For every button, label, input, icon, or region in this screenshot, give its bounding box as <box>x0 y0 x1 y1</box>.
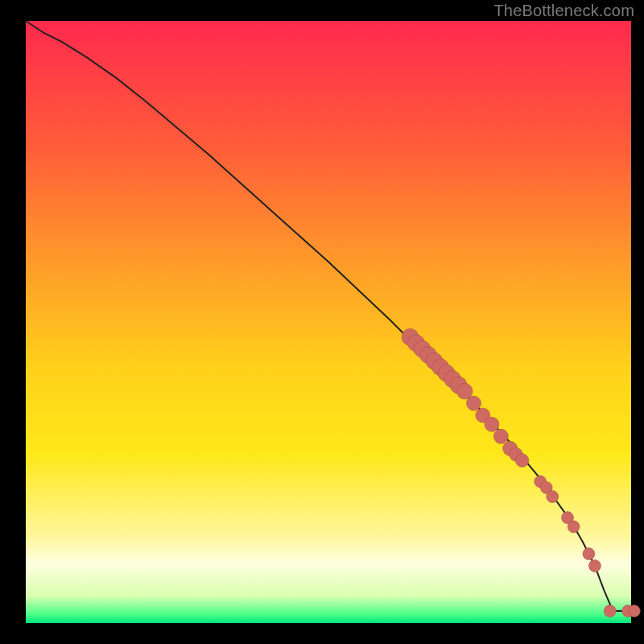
watermark-text: TheBottleneck.com <box>493 2 634 20</box>
data-point <box>547 490 559 502</box>
data-point <box>456 383 473 399</box>
data-point <box>568 521 580 533</box>
data-point <box>604 605 616 617</box>
chart-stage: { "watermark": "TheBottleneck.com", "col… <box>0 0 644 644</box>
data-point <box>583 548 595 560</box>
plot-background <box>26 21 631 623</box>
chart-canvas <box>0 0 644 644</box>
data-point <box>588 559 601 572</box>
data-point <box>485 417 499 431</box>
data-point <box>628 605 640 617</box>
data-point <box>493 429 508 444</box>
data-point <box>515 454 529 468</box>
data-point <box>467 396 481 411</box>
